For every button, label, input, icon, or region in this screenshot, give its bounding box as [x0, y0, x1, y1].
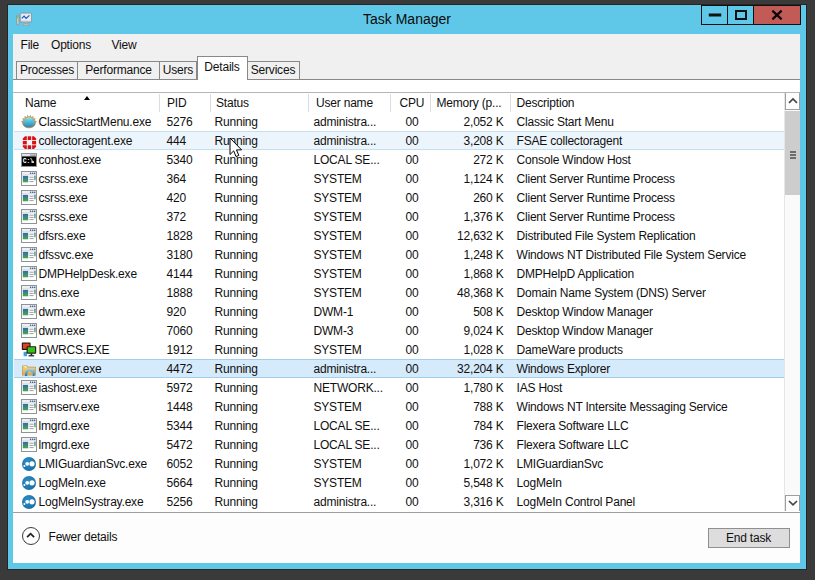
svg-text:C:\: C:\ [22, 157, 33, 164]
